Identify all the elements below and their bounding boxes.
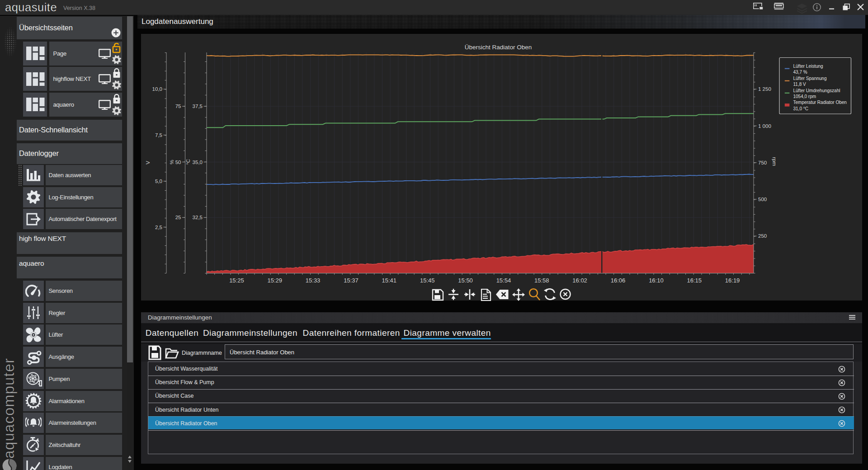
svg-text:Lüfter Umdrehungszahl: Lüfter Umdrehungszahl — [793, 88, 840, 93]
svg-text:5,0: 5,0 — [155, 179, 162, 184]
svg-text:25: 25 — [175, 215, 181, 220]
svg-text:35,0: 35,0 — [193, 160, 203, 165]
svg-text:2,5: 2,5 — [155, 225, 162, 230]
svg-text:250: 250 — [758, 233, 767, 239]
svg-text:15:50: 15:50 — [458, 277, 473, 284]
svg-text:15:25: 15:25 — [229, 277, 244, 284]
svg-text:32,5: 32,5 — [193, 215, 203, 220]
svg-text:Lüfter Spannung: Lüfter Spannung — [793, 76, 827, 81]
svg-text:V: V — [145, 161, 151, 164]
svg-text:15:33: 15:33 — [306, 277, 321, 284]
svg-text:15:41: 15:41 — [382, 277, 397, 284]
svg-text:16:06: 16:06 — [611, 277, 626, 284]
svg-text:Übersicht Radiator Oben: Übersicht Radiator Oben — [465, 44, 532, 51]
svg-text:15:29: 15:29 — [268, 277, 283, 284]
svg-text:16:15: 16:15 — [687, 277, 702, 284]
svg-text:10,0: 10,0 — [152, 86, 162, 92]
svg-text:1 000: 1 000 — [758, 123, 771, 129]
svg-text:43,7 %: 43,7 % — [793, 70, 807, 75]
svg-text:37,5: 37,5 — [193, 103, 203, 109]
svg-text:15:58: 15:58 — [534, 277, 549, 284]
svg-text:7,5: 7,5 — [155, 132, 162, 138]
svg-text:16:02: 16:02 — [572, 277, 587, 284]
svg-text:750: 750 — [758, 160, 767, 165]
svg-text:rpm: rpm — [772, 157, 777, 166]
svg-text:500: 500 — [758, 197, 767, 202]
svg-text:Lüfter Leistung: Lüfter Leistung — [793, 64, 823, 69]
svg-text:50: 50 — [175, 160, 181, 165]
svg-text:1 250: 1 250 — [758, 86, 771, 92]
svg-text:15:45: 15:45 — [420, 277, 435, 284]
svg-text:15:37: 15:37 — [344, 277, 359, 284]
svg-text:15:54: 15:54 — [496, 277, 511, 284]
svg-text:1054,0 rpm: 1054,0 rpm — [793, 94, 816, 99]
svg-text:16:10: 16:10 — [649, 277, 664, 284]
svg-text:Temperatur Radiator Oben: Temperatur Radiator Oben — [793, 100, 847, 105]
svg-text:%: % — [169, 160, 175, 164]
svg-text:°C: °C — [185, 159, 191, 165]
svg-text:31,0 °C: 31,0 °C — [793, 106, 808, 111]
svg-text:11,8 V: 11,8 V — [793, 82, 806, 87]
svg-text:16:19: 16:19 — [725, 277, 740, 284]
svg-text:75: 75 — [175, 103, 181, 109]
